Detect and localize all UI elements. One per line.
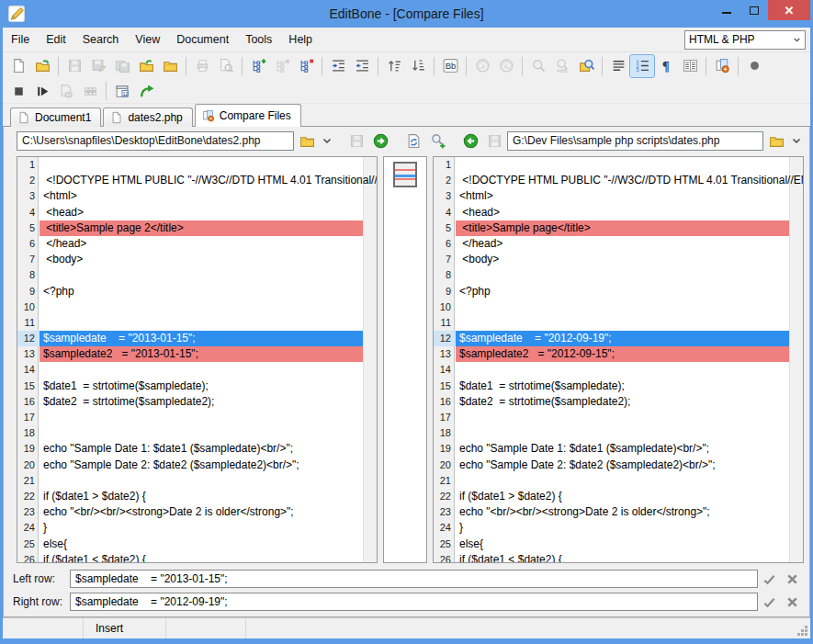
- right-file-path-input[interactable]: [507, 131, 763, 151]
- menu-document[interactable]: Document: [168, 29, 237, 50]
- macro-list-button[interactable]: [78, 80, 102, 102]
- code-line[interactable]: 26if ($date1 < $date2) {: [434, 552, 803, 563]
- menu-edit[interactable]: Edit: [38, 29, 74, 50]
- resize-grip[interactable]: [797, 626, 808, 637]
- code-line[interactable]: 19echo "Sample Date 1: $date1 ($sampleda…: [17, 441, 377, 457]
- menu-tools[interactable]: Tools: [237, 29, 280, 50]
- left-editor-pane[interactable]: 12 <!DOCTYPE HTML PUBLIC "-//W3C//DTD HT…: [17, 156, 378, 563]
- code-line[interactable]: 19echo "Sample Date 1: $date1 ($sampleda…: [434, 441, 803, 457]
- code-line[interactable]: 2 <!DOCTYPE HTML PUBLIC "-//W3C//DTD HTM…: [17, 173, 377, 188]
- code-line[interactable]: 3<html>: [434, 188, 803, 204]
- outdent-button[interactable]: [350, 55, 374, 77]
- play-button[interactable]: [30, 80, 54, 102]
- sort-ascending-button[interactable]: [382, 55, 406, 77]
- code-line[interactable]: 4 <head>: [434, 205, 803, 220]
- save-as-button[interactable]: [86, 55, 110, 77]
- redo-button[interactable]: [494, 55, 518, 77]
- code-line[interactable]: 14: [434, 362, 803, 378]
- open-file-button[interactable]: [30, 55, 54, 77]
- browse-left-file-button[interactable]: [296, 130, 318, 151]
- open-folder-button[interactable]: [158, 55, 182, 77]
- indent-button[interactable]: [326, 55, 350, 77]
- replace-button[interactable]: [550, 55, 574, 77]
- code-line[interactable]: 7 <body>: [434, 252, 803, 267]
- pan-button[interactable]: [54, 80, 78, 102]
- save-button[interactable]: [62, 55, 86, 77]
- print-button[interactable]: [190, 55, 214, 77]
- code-line[interactable]: 3<html>: [17, 188, 377, 204]
- copy-to-right-button[interactable]: [369, 130, 391, 151]
- apply-right-row-button[interactable]: [758, 593, 781, 611]
- menu-view[interactable]: View: [127, 29, 168, 50]
- refresh-compare-button[interactable]: [402, 130, 424, 151]
- menu-search[interactable]: Search: [74, 29, 128, 50]
- code-line[interactable]: 24}: [434, 520, 803, 536]
- left-recent-dropdown[interactable]: [320, 130, 334, 151]
- print-preview-button[interactable]: [214, 55, 238, 77]
- code-line[interactable]: 18: [434, 425, 803, 441]
- sort-descending-button[interactable]: [406, 55, 430, 77]
- code-line[interactable]: 5 <title>Sample page</title>: [434, 220, 803, 236]
- code-line[interactable]: 8: [434, 267, 803, 283]
- search-in-files-button[interactable]: [574, 55, 598, 77]
- edit-group-button[interactable]: [294, 55, 318, 77]
- code-line[interactable]: 16$date2 = strtotime($sampledate2);: [17, 394, 377, 410]
- insert-date-button[interactable]: [110, 80, 134, 102]
- code-line[interactable]: 18: [17, 425, 377, 441]
- code-line[interactable]: 6 </head>: [17, 236, 377, 252]
- left-row-input[interactable]: [70, 570, 758, 588]
- code-line[interactable]: 10: [434, 299, 803, 315]
- title-bar[interactable]: EditBone - [Compare Files] ✕: [3, 0, 810, 28]
- compare-files-button[interactable]: [710, 55, 734, 77]
- forward-button[interactable]: [134, 80, 158, 102]
- cancel-right-row-button[interactable]: [781, 593, 804, 611]
- code-line[interactable]: 5 <title>Sample page 2</title>: [17, 220, 377, 236]
- copy-to-left-button[interactable]: [459, 130, 481, 151]
- code-line[interactable]: 22if ($date1 > $date2) {: [17, 489, 377, 504]
- code-line[interactable]: 4 <head>: [17, 205, 377, 220]
- code-line[interactable]: 11: [17, 315, 377, 331]
- code-line[interactable]: 13$sampledate2 = "2012-09-15";: [434, 346, 803, 362]
- right-row-input[interactable]: [70, 593, 758, 611]
- code-line[interactable]: 15$date1 = strtotime($sampledate);: [434, 378, 803, 394]
- code-line[interactable]: 1: [434, 157, 803, 173]
- remove-group-button[interactable]: [270, 55, 294, 77]
- undo-button[interactable]: [470, 55, 494, 77]
- code-line[interactable]: 23echo "<br/><br/><strong>Date 2 is olde…: [17, 504, 377, 520]
- revert-button[interactable]: [134, 55, 158, 77]
- code-line[interactable]: 11: [434, 315, 803, 331]
- code-line[interactable]: 17: [434, 410, 803, 425]
- code-line[interactable]: 13$sampledate2 = "2013-01-15";: [17, 346, 377, 362]
- apply-left-row-button[interactable]: [758, 570, 781, 588]
- code-line[interactable]: 9<?php: [434, 284, 803, 299]
- stop-button[interactable]: [6, 80, 30, 102]
- code-line[interactable]: 12$sampledate = "2012-09-19";: [434, 331, 803, 346]
- code-line[interactable]: 17: [17, 410, 377, 425]
- code-line[interactable]: 8: [17, 267, 377, 283]
- code-line[interactable]: 25else{: [434, 537, 803, 552]
- cancel-left-row-button[interactable]: [781, 570, 804, 588]
- tab-compare-files-button[interactable]: Compare Files: [195, 104, 301, 127]
- code-line[interactable]: 10: [17, 299, 377, 315]
- special-chars-button[interactable]: [654, 55, 678, 77]
- code-line[interactable]: 21: [434, 473, 803, 489]
- word-wrap-button[interactable]: [606, 55, 630, 77]
- code-line[interactable]: 6 </head>: [434, 236, 803, 252]
- menu-help[interactable]: Help: [280, 29, 321, 50]
- menu-file[interactable]: File: [3, 29, 38, 50]
- right-recent-dropdown[interactable]: [789, 130, 804, 151]
- line-numbers-button[interactable]: [630, 55, 654, 77]
- toggle-case-button[interactable]: [438, 55, 462, 77]
- new-document-button[interactable]: [6, 55, 30, 77]
- code-line[interactable]: 15$date1 = strtotime($sampledate);: [17, 378, 377, 394]
- code-line[interactable]: 21: [17, 473, 377, 489]
- save-all-button[interactable]: [110, 55, 134, 77]
- diff-minimap[interactable]: [393, 162, 417, 187]
- save-right-file-button[interactable]: [483, 130, 505, 151]
- code-line[interactable]: 12$sampledate = "2013-01-15";: [17, 331, 377, 346]
- add-group-button[interactable]: [246, 55, 270, 77]
- code-line[interactable]: 20echo "Sample Date 2: $date2 ($sampleda…: [434, 458, 803, 473]
- save-left-file-button[interactable]: [345, 130, 367, 151]
- language-select[interactable]: HTML & PHP: [684, 30, 806, 50]
- browse-right-file-button[interactable]: [765, 130, 787, 151]
